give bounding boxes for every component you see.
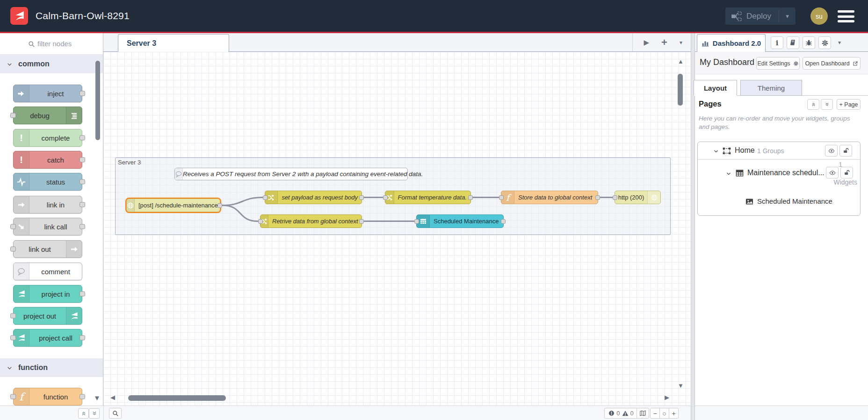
scroll-right-icon[interactable]: ▶ [665,394,669,400]
output-port[interactable] [359,195,364,200]
node-format-temperature[interactable]: Format temperature data. [385,191,471,204]
toggle-visibility-button[interactable] [826,167,839,178]
node-store-global[interactable]: f Store data to global context [501,191,598,204]
input-port[interactable] [258,219,263,224]
palette-category-function[interactable]: function [0,358,103,377]
input-port[interactable] [10,313,16,319]
palette-node-project-in[interactable]: project in [13,285,82,303]
palette-node-link-call[interactable]: link call [13,218,82,235]
tree-row-widget-scheduled-maintenance[interactable]: Scheduled Maintenance [698,189,860,216]
deploy-options-caret-icon[interactable]: ▾ [779,13,796,20]
flow-list-caret-icon[interactable]: ▾ [680,39,682,46]
lock-toggle-button[interactable] [840,167,853,178]
palette-scroll-down-icon[interactable]: ▼ [94,394,101,402]
tree-row-page-home[interactable]: Home 1 Groups [698,142,860,160]
help-tab-button[interactable] [787,36,799,49]
move-page-up-button[interactable] [807,99,819,110]
tab-theming[interactable]: Theming [740,80,802,96]
scroll-up-icon[interactable]: ▲ [678,58,684,64]
output-port[interactable] [80,224,85,229]
add-page-button[interactable]: + Page [837,99,861,110]
move-page-down-button[interactable] [821,99,833,110]
palette-node-project-call[interactable]: project call [13,329,82,347]
zoom-out-button[interactable]: − [650,408,660,419]
palette-node-link-in[interactable]: link in [13,196,82,214]
input-port[interactable] [499,195,504,200]
input-port[interactable] [10,247,16,252]
palette-node-complete[interactable]: ! complete [13,129,82,147]
input-port[interactable] [263,195,268,200]
main-menu-button[interactable] [838,10,854,22]
input-port[interactable] [10,113,16,118]
filter-nodes-input[interactable] [36,39,97,48]
sidebar-options-caret-icon[interactable]: ▾ [838,39,841,46]
vertical-scrollbar-thumb[interactable] [678,74,683,106]
deploy-button[interactable]: Deploy ▾ [725,7,796,25]
scroll-left-icon[interactable]: ◀ [110,394,115,400]
output-port[interactable] [468,195,473,200]
user-avatar[interactable]: su [810,7,828,25]
output-port[interactable] [80,202,85,207]
wire[interactable] [223,206,258,221]
input-port[interactable] [10,335,16,341]
palette-node-status[interactable]: status [13,173,82,191]
output-port[interactable] [80,157,85,163]
input-port[interactable] [613,195,617,200]
palette-node-project-out[interactable]: project out [13,307,82,325]
palette-node-link-out[interactable]: link out [13,240,82,258]
node-retrieve-global[interactable]: Retrive data from global context [260,214,362,228]
zoom-in-button[interactable]: + [669,408,679,419]
output-port[interactable] [359,219,364,224]
node-ui-table[interactable]: Scheduled Maintenance [416,214,504,228]
output-port[interactable] [595,195,600,200]
palette-category-common[interactable]: common [0,55,103,73]
debug-tab-button[interactable] [803,36,815,49]
tab-layout[interactable]: Layout [694,80,737,96]
tab-dashboard-2[interactable]: Dashboard 2.0 [697,34,766,52]
output-port[interactable] [80,179,85,185]
input-port[interactable] [10,224,16,229]
notification-counts[interactable]: 0 0 [604,408,638,419]
palette-node-inject[interactable]: inject [13,85,82,102]
output-port[interactable] [501,219,506,224]
tab-server-3[interactable]: Server 3 [118,34,229,52]
output-port[interactable] [80,135,85,141]
tree-row-group-maintenance[interactable]: Maintenance schedul... 1 Widgets [698,160,860,189]
palette-node-comment[interactable]: comment [13,263,82,280]
palette-node-catch[interactable]: ! catch [13,151,82,169]
node-http-in[interactable]: [post] /schedule-maintenance [126,199,220,212]
scroll-down-icon[interactable]: ▼ [678,383,684,389]
open-dashboard-button[interactable]: Open Dashboard [803,57,861,70]
input-port[interactable] [414,219,419,224]
palette-node-debug[interactable]: debug [13,107,82,124]
node-set-payload[interactable]: set payload as request body [265,191,362,204]
palette-node-function[interactable]: f function [13,388,82,406]
config-nodes-tab-button[interactable] [818,36,831,49]
node-comment[interactable]: Receives a POST request from Server 2 wi… [174,168,408,180]
output-port[interactable] [217,203,222,208]
lock-toggle-button[interactable] [839,145,852,157]
zoom-reset-button[interactable]: ○ [659,408,669,419]
output-port[interactable] [80,292,85,297]
pulse-icon [17,178,26,186]
toggle-visibility-button[interactable] [825,145,838,157]
input-port[interactable] [10,394,16,399]
input-port[interactable] [383,195,388,200]
output-port[interactable] [80,91,85,96]
wire[interactable] [223,198,262,206]
palette-collapse-down-button[interactable] [89,408,100,419]
edit-settings-button[interactable]: Edit Settings [756,57,800,70]
expand-tabs-icon[interactable]: ▶ [644,38,650,47]
flow-canvas[interactable]: Server 3 Receives a POST request from Se… [103,52,691,406]
palette-filter[interactable] [0,33,103,55]
search-flows-button[interactable] [109,408,122,419]
node-http-response[interactable]: http (200) [615,191,661,204]
minimap-button[interactable] [637,408,649,419]
output-port[interactable] [80,335,85,341]
add-flow-icon[interactable]: + [661,36,667,49]
palette-collapse-up-button[interactable] [78,408,89,419]
palette-scrollbar-thumb[interactable] [95,61,100,140]
horizontal-scrollbar-thumb[interactable] [128,395,226,401]
output-port[interactable] [80,394,85,399]
info-tab-button[interactable]: i [771,36,783,49]
